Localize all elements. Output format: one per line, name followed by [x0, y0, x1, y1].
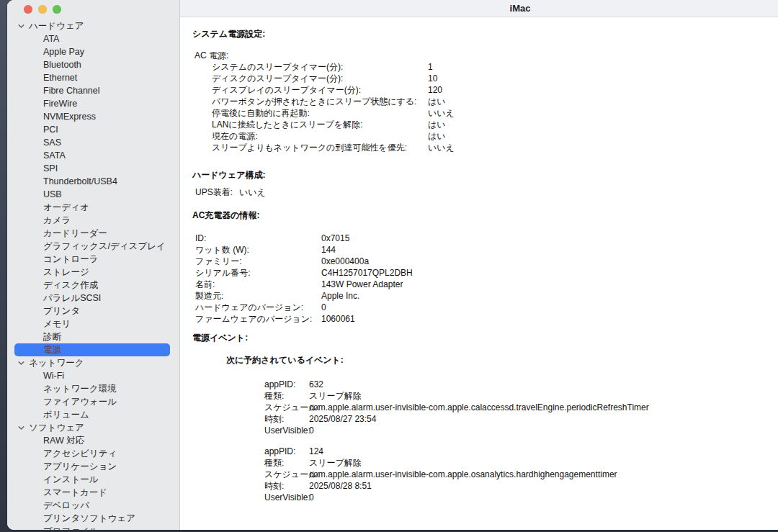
sidebar-item[interactable]: プリンタ	[7, 305, 179, 317]
info-value: 0	[321, 302, 326, 313]
info-value: スリープ解除	[309, 457, 362, 469]
power-event: appPID: 632 種類: スリープ解除 スケジュール: com.apple…	[180, 379, 778, 436]
info-label: 製造元:	[195, 290, 321, 302]
info-value: 0x7015	[321, 233, 349, 244]
info-value: 0	[309, 492, 314, 503]
chevron-down-icon[interactable]	[18, 23, 24, 30]
sidebar-item-label: SATA	[43, 150, 66, 161]
sidebar-item-label: ネットワーク環境	[43, 384, 116, 394]
sidebar-item[interactable]: SATA	[7, 149, 179, 162]
zoom-button[interactable]	[53, 5, 61, 14]
info-value: はい	[428, 119, 446, 130]
sidebar-item[interactable]: グラフィックス/ディスプレイ	[7, 240, 179, 253]
sidebar-item[interactable]: Thunderbolt/USB4	[7, 175, 179, 188]
sidebar-item[interactable]: USB	[7, 188, 179, 201]
sidebar-item-label: プロファイル	[43, 526, 99, 530]
sidebar-item[interactable]: オーディオ	[7, 201, 179, 214]
ups-label: UPS装着:	[195, 186, 233, 198]
sidebar-item[interactable]: Bluetooth	[7, 58, 179, 71]
sidebar-item[interactable]: Ethernet	[7, 71, 179, 84]
info-label: ディスクのスリープタイマー(分):	[212, 73, 428, 84]
info-value: 1	[428, 61, 433, 73]
sidebar-item[interactable]: ディスク作成	[7, 279, 179, 292]
info-label: シリアル番号:	[195, 267, 321, 279]
sidebar-item[interactable]: プロファイル	[7, 525, 179, 530]
sidebar-item[interactable]: SPI	[7, 162, 179, 175]
info-value: 124	[309, 446, 323, 457]
sidebar-item[interactable]: ATA	[7, 32, 179, 45]
sidebar-item[interactable]: カードリーダー	[7, 227, 179, 240]
info-value: 632	[309, 379, 323, 390]
titlebar[interactable]: iMac	[180, 0, 778, 17]
sidebar-item[interactable]: NVMExpress	[7, 110, 179, 123]
ac-power-label: AC 電源:	[194, 50, 778, 61]
sidebar-item-label: プリンタ	[43, 306, 80, 316]
sidebar-item[interactable]: Fibre Channel	[7, 84, 179, 97]
sidebar-item[interactable]: プリンタソフトウェア	[7, 512, 179, 525]
info-value: 10	[428, 73, 437, 84]
sidebar-item[interactable]: コントローラ	[7, 253, 179, 266]
scheduled-events-list: appPID: 632 種類: スリープ解除 スケジュール: com.apple…	[180, 379, 778, 503]
sidebar-item[interactable]: RAW 対応	[7, 434, 179, 447]
chevron-down-icon[interactable]	[18, 425, 24, 431]
sidebar-item-label: アプリケーション	[43, 461, 117, 472]
sidebar-group[interactable]: ネットワーク	[7, 356, 179, 369]
sidebar-item-label: インストール	[43, 474, 98, 484]
sidebar-item[interactable]: デベロッパ	[7, 499, 179, 512]
info-row: パワーボタンが押されたときにスリープ状態にする: はい	[180, 96, 778, 107]
sidebar-item[interactable]: 診断	[7, 330, 179, 343]
sidebar-item[interactable]: インストール	[7, 473, 179, 486]
sidebar-item[interactable]: ボリューム	[7, 408, 179, 421]
info-value: 2025/08/28 8:51	[309, 480, 372, 492]
sidebar-item[interactable]: パラレルSCSI	[7, 292, 179, 305]
info-row: 製造元: Apple Inc.	[180, 290, 778, 302]
sidebar-group[interactable]: ソフトウェア	[7, 421, 179, 434]
sidebar-item[interactable]: アクセシビリティ	[7, 447, 179, 460]
sidebar-item[interactable]: Wi-Fi	[7, 369, 179, 382]
sidebar-item-label: Thunderbolt/USB4	[43, 176, 117, 186]
sidebar-group-label: ハードウェア	[29, 19, 84, 32]
sidebar-item[interactable]: ストレージ	[7, 266, 179, 279]
sidebar-item-label: SPI	[43, 163, 58, 173]
sidebar-group-label: ソフトウェア	[29, 421, 84, 434]
sidebar-item[interactable]: 電源	[14, 343, 170, 356]
sidebar-item[interactable]: ファイアウォール	[7, 395, 179, 408]
sidebar-item[interactable]: アプリケーション	[7, 460, 179, 473]
sidebar-item[interactable]: PCI	[7, 123, 179, 136]
info-label: パワーボタンが押されたときにスリープ状態にする:	[212, 96, 428, 107]
info-label: ID:	[195, 233, 321, 244]
info-row: UserVisible: 0	[180, 492, 778, 503]
info-label: スケジュール:	[264, 402, 309, 413]
sidebar-item-label: ディスク作成	[43, 280, 98, 290]
sidebar-item-label: SAS	[43, 137, 61, 148]
sidebar-item-label: PCI	[43, 125, 58, 135]
info-value: スリープ解除	[309, 390, 362, 402]
sidebar-group[interactable]: ハードウェア	[7, 19, 179, 32]
sidebar-item-label: ファイアウォール	[43, 397, 117, 407]
sidebar-item[interactable]: メモリ	[7, 317, 179, 330]
info-value: Apple Inc.	[321, 290, 359, 302]
info-value: 0xe000400a	[321, 256, 369, 267]
sidebar-item-label: グラフィックス/ディスプレイ	[43, 241, 166, 251]
info-value: いいえ	[428, 107, 455, 119]
info-row: LANに接続したときにスリープを解除: はい	[180, 119, 778, 130]
system-information-window: ハードウェア ATA Apple Pay Bluetooth Ethernet …	[7, 0, 778, 530]
content-area[interactable]: システム電源設定: AC 電源: システムのスリープタイマー(分): 1 ディス…	[180, 17, 778, 530]
sidebar-item[interactable]: Apple Pay	[7, 45, 179, 58]
info-label: ディスプレイのスリープタイマー(分):	[212, 84, 428, 96]
close-button[interactable]	[24, 5, 32, 14]
info-value: 120	[428, 84, 442, 96]
minimize-button[interactable]	[38, 5, 47, 14]
sidebar-item[interactable]: FireWire	[7, 97, 179, 110]
sidebar-item[interactable]: スマートカード	[7, 486, 179, 499]
sidebar-item[interactable]: SAS	[7, 136, 179, 149]
window-title: iMac	[510, 3, 531, 14]
power-event: appPID: 124 種類: スリープ解除 スケジュール: com.apple…	[180, 446, 778, 503]
sidebar-item-label: RAW 対応	[43, 436, 84, 446]
info-row: ファームウェアのバージョン: 1060061	[180, 313, 778, 325]
chevron-down-icon[interactable]	[18, 360, 24, 366]
sidebar-item[interactable]: ネットワーク環境	[7, 382, 179, 395]
info-label: 種類:	[264, 390, 309, 402]
sidebar-item[interactable]: カメラ	[7, 214, 179, 227]
info-label: ファームウェアのバージョン:	[195, 313, 321, 325]
